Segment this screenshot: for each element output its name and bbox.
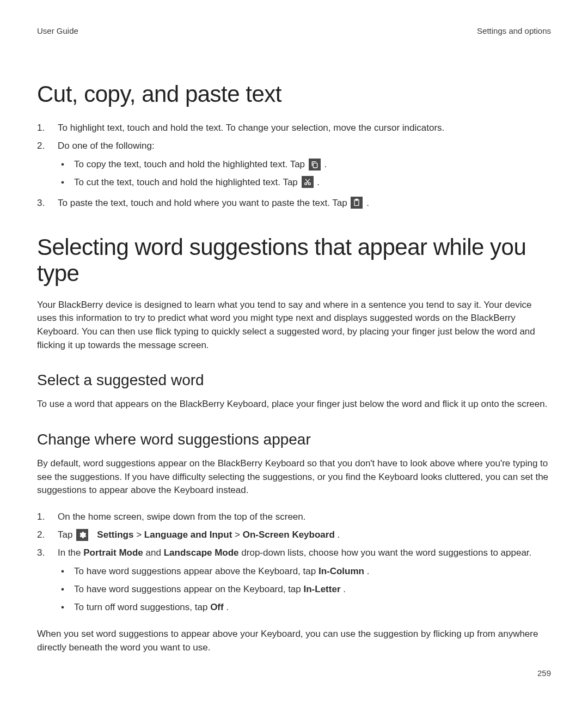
- list-item: 3. To paste the text, touch and hold whe…: [37, 196, 551, 210]
- bullet-text: To cut the text, touch and hold the high…: [74, 174, 551, 191]
- paste-icon: [351, 197, 363, 209]
- step-text: In the Portrait Mode and Landscape Mode …: [58, 545, 551, 617]
- step-text: To highlight text, touch and hold the te…: [58, 120, 551, 135]
- step-text: To paste the text, touch and hold where …: [58, 196, 551, 210]
- list-item: • To copy the text, touch and hold the h…: [58, 156, 551, 173]
- bullet-text: To copy the text, touch and hold the hig…: [74, 156, 551, 173]
- bullet-dot: •: [58, 581, 74, 598]
- list-item: • To turn off word suggestions, tap Off …: [58, 599, 551, 616]
- header-right: Settings and options: [477, 26, 551, 35]
- section-title-word-suggestions: Selecting word suggestions that appear w…: [37, 234, 551, 287]
- cut-copy-steps: 1. To highlight text, touch and hold the…: [37, 120, 551, 210]
- copy-icon: [309, 159, 321, 171]
- change-location-outro: When you set word suggestions to appear …: [37, 628, 551, 654]
- svg-point-1: [304, 183, 307, 185]
- list-item: 2. Do one of the following: • To copy th…: [37, 138, 551, 192]
- step-number: 3.: [37, 196, 58, 210]
- select-suggested-body: To use a word that appears on the BlackB…: [37, 398, 551, 411]
- header-left: User Guide: [37, 26, 78, 35]
- bullet-text: To have word suggestions appear above th…: [74, 563, 551, 580]
- step-text: Do one of the following: • To copy the t…: [58, 138, 551, 192]
- list-item: 3. In the Portrait Mode and Landscape Mo…: [37, 545, 551, 617]
- page-number: 259: [537, 668, 551, 678]
- change-location-steps: 1. On the home screen, swipe down from t…: [37, 509, 551, 617]
- step-number: 1.: [37, 509, 58, 524]
- list-item: • To have word suggestions appear on the…: [58, 581, 551, 598]
- settings-icon: [76, 529, 88, 541]
- appearance-options: • To have word suggestions appear above …: [58, 563, 551, 616]
- list-item: • To have word suggestions appear above …: [58, 563, 551, 580]
- step-number: 2.: [37, 138, 58, 153]
- subheading-change-location: Change where word suggestions appear: [37, 431, 551, 448]
- list-item: 1. To highlight text, touch and hold the…: [37, 120, 551, 135]
- svg-rect-4: [356, 199, 358, 200]
- step-number: 1.: [37, 120, 58, 135]
- cut-icon: [302, 176, 314, 188]
- step-text: Tap Settings > Language and Input > On-S…: [58, 527, 551, 542]
- word-suggestions-intro: Your BlackBerry device is designed to le…: [37, 299, 551, 352]
- bullet-dot: •: [58, 174, 74, 191]
- svg-rect-0: [313, 163, 317, 168]
- section-title-cut-copy-paste: Cut, copy, and paste text: [37, 81, 551, 107]
- step-number: 3.: [37, 545, 58, 560]
- step-text-inner: Do one of the following:: [58, 141, 155, 151]
- subheading-select-suggested: Select a suggested word: [37, 372, 551, 389]
- bullet-text: To have word suggestions appear on the K…: [74, 581, 551, 598]
- step-number: 2.: [37, 527, 58, 542]
- change-location-body: By default, word suggestions appear on t…: [37, 457, 551, 497]
- step-text: On the home screen, swipe down from the …: [58, 509, 551, 524]
- list-item: • To cut the text, touch and hold the hi…: [58, 174, 551, 191]
- bullet-dot: •: [58, 156, 74, 173]
- bullet-dot: •: [58, 563, 74, 580]
- bullet-dot: •: [58, 599, 74, 616]
- list-item: 2. Tap Settings > Language and Input > O…: [37, 527, 551, 542]
- bullet-text: To turn off word suggestions, tap Off .: [74, 599, 551, 616]
- sub-bullets: • To copy the text, touch and hold the h…: [58, 156, 551, 191]
- svg-point-2: [308, 183, 310, 185]
- page-header: User Guide Settings and options: [37, 26, 551, 35]
- list-item: 1. On the home screen, swipe down from t…: [37, 509, 551, 524]
